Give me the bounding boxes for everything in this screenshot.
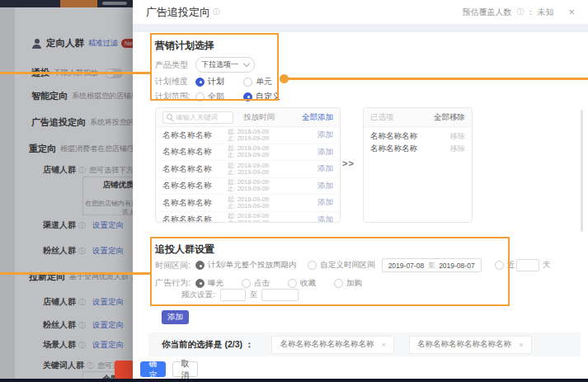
frequency-min-box	[220, 289, 246, 301]
transfer-arrow[interactable]: >>	[342, 158, 355, 168]
modal-scrollbar[interactable]	[581, 110, 583, 232]
radio-full-period[interactable]: 计划/单元整个投放周期内	[195, 260, 296, 271]
date-separator: 至	[428, 261, 435, 270]
add-row-link[interactable]: 添加	[318, 130, 333, 140]
radio-label: 收藏	[300, 278, 316, 289]
source-list-header: 投放时间 全部添加	[156, 108, 340, 127]
radio-favorite[interactable]: 收藏	[288, 278, 326, 289]
tag-close-icon[interactable]: ×	[519, 340, 524, 349]
frequency-max-input[interactable]	[262, 290, 298, 300]
modal-title: 广告追投定向	[146, 5, 210, 20]
tag-close-icon[interactable]: ×	[381, 340, 386, 349]
date-range-picker[interactable]: 2019-07-08 至 2019-08-07	[382, 258, 482, 272]
table-row: 名称名称名称 起: 2018-09-09止: 2019-09-09 添加	[156, 127, 340, 144]
close-icon[interactable]: ×	[568, 6, 575, 18]
ad-retargeting-modal: 广告追投定向 ⓘ 预估覆盖人数 ⓘ ： 未知 × 营销计划选择 产品类型 下拉选…	[133, 0, 588, 382]
radio-click[interactable]: 点击	[242, 278, 280, 289]
add-row-link[interactable]: 添加	[318, 197, 333, 208]
remove-all-link[interactable]: 全部移除	[434, 112, 465, 123]
radio-label: 计划/单元整个投放周期内	[208, 260, 296, 271]
add-row-link[interactable]: 添加	[318, 181, 333, 191]
tag-text: 名称名称名称名称名称名称	[280, 339, 374, 350]
estimate-label: 预估覆盖人数	[462, 7, 511, 18]
recent-days-input[interactable]	[517, 260, 539, 271]
table-row: 名称名称名称 起: 2018-09-09止: 2019-09-09 添加	[156, 212, 340, 224]
chevron-down-icon	[243, 60, 250, 67]
current-selection-bar: 你当前的选择是 (2/3) ： 名称名称名称名称名称名称 × 名称名称名称名称名…	[148, 332, 581, 356]
column-header-time: 投放时间	[243, 112, 275, 123]
radio-circle	[242, 279, 251, 288]
radio-recent-days[interactable]: 近	[495, 260, 515, 271]
confirm-button[interactable]: 确定	[140, 361, 166, 377]
add-all-link[interactable]: 全部添加	[302, 112, 333, 123]
radio-add-to-cart[interactable]: 加购	[334, 278, 362, 289]
product-type-dropdown[interactable]: 下拉选项一	[195, 57, 255, 73]
dropdown-value: 下拉选项一	[201, 59, 238, 70]
plan-dates: 起: 2018-09-09止: 2019-09-09	[228, 179, 294, 192]
radio-circle	[243, 78, 252, 87]
radio-circle	[308, 261, 317, 270]
remove-row-link[interactable]: 移除	[450, 131, 465, 142]
frequency-min-input[interactable]	[221, 290, 245, 300]
remove-row-link[interactable]: 移除	[450, 144, 465, 154]
radio-custom-period[interactable]: 自定义时间区间	[308, 260, 375, 271]
date-end: 止: 2019-09-09	[228, 169, 294, 176]
info-icon: ⓘ	[213, 8, 220, 16]
table-row: 名称名称名称 起: 2018-09-09止: 2019-09-09 添加	[156, 161, 340, 178]
date-end: 止: 2019-09-09	[228, 219, 294, 223]
list-item: 名称名称名称 移除	[364, 130, 472, 143]
selection-tag: 名称名称名称名称名称名称 ×	[271, 336, 394, 354]
selected-list-header: 已选项 全部移除	[364, 108, 472, 127]
product-type-label: 产品类型	[155, 59, 195, 71]
date-end-value: 2019-08-07	[439, 262, 474, 270]
plan-name: 名称名称名称	[162, 146, 228, 158]
info-icon: ⓘ	[516, 8, 524, 16]
date-end: 止: 2019-09-09	[228, 135, 294, 142]
tag-text: 名称名称名称名称名称名称	[417, 339, 511, 350]
radio-circle	[243, 92, 252, 101]
table-row: 名称名称名称 起: 2018-09-09止: 2019-09-09 添加	[156, 144, 340, 162]
table-row: 名称名称名称 起: 2018-09-09止: 2019-09-09 添加	[156, 195, 340, 212]
list-item: 名称名称名称 移除	[364, 143, 472, 155]
radio-all[interactable]: 全部	[195, 91, 243, 102]
selected-name: 名称名称名称	[370, 144, 417, 154]
date-end: 止: 2019-09-09	[228, 203, 294, 210]
frequency-label: 频次设置:	[181, 290, 215, 300]
search-input[interactable]	[176, 113, 229, 121]
radio-plan[interactable]: 计划	[195, 76, 243, 87]
radio-impression[interactable]: 曝光	[195, 278, 233, 289]
radio-circle	[495, 261, 504, 270]
radio-custom[interactable]: 自定义	[243, 91, 291, 102]
date-end: 止: 2019-09-09	[228, 186, 294, 192]
floating-action-fragment[interactable]	[115, 361, 134, 379]
plan-dates: 起: 2018-09-09止: 2019-09-09	[228, 196, 294, 210]
radio-circle	[195, 279, 205, 288]
modal-header: 广告追投定向 ⓘ 预估覆盖人数 ⓘ ： 未知 ×	[133, 0, 588, 25]
cancel-button[interactable]: 取消	[172, 361, 198, 377]
time-range-label: 时间区间:	[155, 260, 195, 271]
plan-scope-label: 计划范围:	[155, 91, 195, 102]
radio-unit[interactable]: 单元	[243, 76, 291, 87]
radio-label: 近	[507, 260, 515, 271]
ad-behavior-row: 广告行为: 曝光 点击 收藏 加购	[155, 277, 362, 289]
add-row-link[interactable]: 添加	[318, 147, 333, 158]
search-box[interactable]	[162, 111, 233, 124]
frequency-row: 频次设置: 至	[181, 289, 299, 301]
plan-name: 名称名称名称	[162, 130, 228, 141]
retarget-section-title: 追投人群设置	[155, 243, 214, 257]
add-button[interactable]: 添加	[162, 310, 189, 324]
ad-behavior-label: 广告行为:	[155, 277, 195, 289]
modal-footer: 确定 取消	[140, 361, 198, 377]
time-range-row: 时间区间: 计划/单元整个投放周期内 自定义时间区间 2019-07-08 至 …	[155, 258, 551, 272]
plan-scope-row: 计划范围: 全部 自定义	[155, 91, 291, 102]
selected-name: 名称名称名称	[370, 131, 417, 142]
add-row-link[interactable]: 添加	[318, 163, 333, 174]
table-row: 名称名称名称 起: 2018-09-09止: 2019-09-09 添加	[156, 178, 340, 196]
add-row-link[interactable]: 添加	[318, 215, 333, 223]
plan-name: 名称名称名称	[162, 163, 228, 175]
selected-list: 已选项 全部移除 名称名称名称 移除 名称名称名称 移除	[363, 107, 473, 223]
radio-circle	[195, 261, 205, 270]
frequency-max-box	[261, 289, 299, 301]
radio-label: 曝光	[208, 278, 223, 289]
selected-title: 已选项	[370, 112, 394, 123]
